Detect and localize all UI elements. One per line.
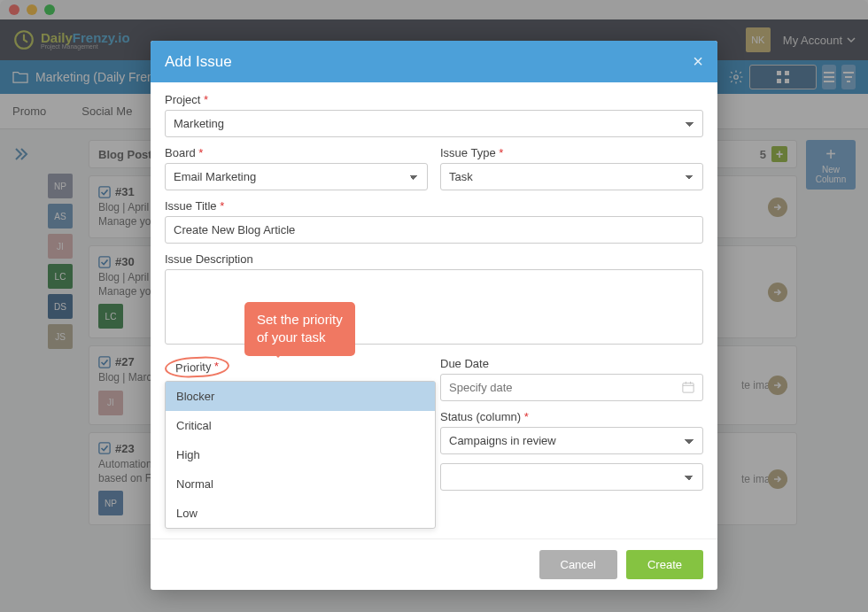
issue-title-label: Issue Title * [165,199,703,213]
extra-select[interactable]: . [440,463,703,491]
priority-label: Priority * [165,357,428,377]
status-label: Status (column) * [440,410,703,423]
close-button[interactable]: × [693,51,703,72]
status-select[interactable]: Campaigns in review [440,427,703,454]
due-date-label: Due Date [440,357,703,370]
priority-option-normal[interactable]: Normal [166,469,435,499]
issue-title-input[interactable] [165,216,703,244]
project-label: Project * [165,93,703,106]
create-button[interactable]: Create [626,550,703,579]
board-label: Board * [165,146,428,159]
priority-option-blocker[interactable]: Blocker [166,382,435,411]
project-select[interactable]: Marketing [165,110,703,137]
cancel-button[interactable]: Cancel [539,550,617,579]
priority-dropdown[interactable]: BlockerCriticalHighNormalLow [165,381,436,529]
due-date-input[interactable] [440,374,703,401]
priority-option-low[interactable]: Low [166,499,435,528]
issue-type-label: Issue Type * [440,146,703,159]
tooltip-bubble: Set the priority of your task [244,302,355,356]
board-select[interactable]: Email Marketing [165,163,428,190]
priority-option-critical[interactable]: Critical [166,411,435,440]
modal-footer: Cancel Create [151,538,717,590]
issue-description-label: Issue Description [165,252,703,266]
calendar-icon [682,381,694,393]
svg-rect-10 [683,383,694,393]
priority-option-high[interactable]: High [166,440,435,469]
modal-header: Add Issue × [151,41,717,82]
issue-type-select[interactable]: Task [440,163,703,190]
modal-overlay[interactable]: Add Issue × Project * Marketing Board * … [0,0,868,612]
modal-title: Add Issue [165,53,232,71]
add-issue-modal: Add Issue × Project * Marketing Board * … [151,41,717,590]
